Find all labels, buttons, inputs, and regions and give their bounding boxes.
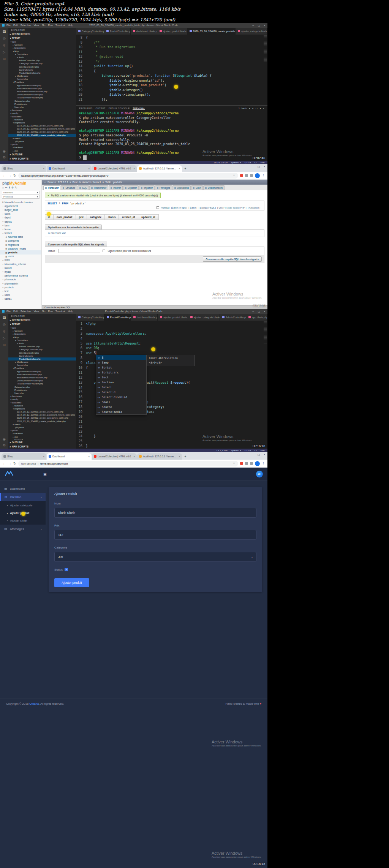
query-action-link[interactable]: [ Éditer ] (189, 207, 197, 209)
explorer-icon[interactable]: ▤ (3, 316, 6, 319)
file-tree-item[interactable]: ▸ factories (8, 118, 76, 121)
file-tree-item[interactable]: ProduitController.php (8, 71, 76, 74)
back-icon[interactable]: ← (3, 174, 6, 177)
file-tree-item[interactable]: ▾ Http (8, 336, 76, 339)
status-bar-item[interactable]: UTF-8 (245, 161, 251, 164)
file-tree-item[interactable]: Categories.php (8, 100, 76, 103)
extension-icon[interactable] (245, 174, 248, 177)
favorite-tables-select[interactable]: Préférées▾ (2, 195, 40, 199)
autocomplete-item[interactable]: <> S (96, 355, 146, 360)
shell-selector[interactable]: 1: bash (239, 107, 247, 109)
close-icon[interactable]: × (262, 24, 267, 27)
close-icon[interactable]: × (262, 310, 267, 313)
database-tree-item[interactable]: + usine1 (0, 297, 41, 301)
menubar-item[interactable]: View (34, 310, 40, 313)
extension-icon[interactable] (245, 462, 248, 465)
close-tab-icon[interactable]: × (88, 455, 90, 458)
pma-menu-tab[interactable]: Opérations (172, 185, 191, 190)
pma-nav-toolbar-icon[interactable]: ↻ (15, 186, 17, 189)
source-control-icon[interactable]: ψ (3, 43, 5, 47)
new-tab-button[interactable]: + (182, 167, 188, 171)
close-tab-icon[interactable]: × (88, 168, 90, 170)
menubar-item[interactable]: View (34, 24, 40, 27)
database-tree-item[interactable]: + ferme (0, 227, 41, 231)
autocomplete-item[interactable]: <> Source (96, 405, 146, 409)
database-tree-item[interactable]: ⊕ Nouvelle base de données (0, 200, 41, 204)
maximize-panel-icon[interactable]: ▴ (260, 107, 261, 109)
autocomplete-item[interactable]: <> Samp (96, 360, 146, 365)
database-tree-item[interactable]: + usine (0, 293, 41, 297)
settings-gear-icon[interactable]: ⚙ (3, 155, 6, 159)
tree-node-icon[interactable]: ⊕ (1, 201, 5, 203)
search-icon[interactable]: ◎ (3, 323, 6, 326)
tree-node-icon[interactable]: + (1, 220, 5, 223)
database-tree-item[interactable]: ▦ produits (0, 250, 41, 254)
file-tree-item[interactable]: ▸ seeds (8, 137, 76, 140)
submit-button[interactable]: Ajouter produit (54, 578, 89, 587)
close-tab-icon[interactable]: × (179, 168, 180, 170)
tree-node-icon[interactable]: + (1, 294, 5, 296)
editor-tab[interactable]: dashboard.blade.php × (131, 28, 157, 35)
reload-icon[interactable]: ↻ (13, 462, 16, 465)
menubar-item[interactable]: Go (42, 310, 45, 313)
tree-node-icon[interactable]: + (1, 290, 5, 292)
forward-icon[interactable]: → (8, 174, 11, 177)
tree-node-icon[interactable]: + (1, 278, 5, 281)
autocomplete-item[interactable]: <> Select (96, 385, 146, 390)
browser-tab[interactable]: Dashboard × (47, 453, 92, 460)
source-control-icon[interactable]: ψ (3, 329, 5, 333)
autocomplete-item[interactable]: <> Script:src (96, 370, 146, 375)
account-icon[interactable]: ◉ (3, 149, 6, 153)
panel-tab[interactable]: PROBLEMS (79, 107, 92, 109)
file-tree-item[interactable]: ▸ config (8, 398, 76, 401)
file-tree-item[interactable]: 2020_03_26_204030_create_produits_table.… (8, 134, 76, 137)
browser-tab[interactable]: localhost / 127.0.0.1 / ferme1 / p... × (137, 453, 182, 460)
sidebar-subitem[interactable]: • Ajouter slider (0, 517, 46, 524)
tree-node-icon[interactable]: + (1, 263, 5, 265)
terminal-output[interactable]: nkele@DESKTOP-LL5JAF8 MINGW64 /c/xampp2/… (76, 111, 267, 161)
editor-tab[interactable]: ProduitController.php × (104, 28, 131, 35)
minimap[interactable] (263, 321, 267, 449)
file-tree-item[interactable]: 2014_10_12_000000_create_users_table.php (8, 410, 76, 413)
result-column-header[interactable]: nom_produit (54, 215, 76, 220)
file-tree-item[interactable]: EventServiceProvider.php (8, 379, 76, 382)
status-bar-item[interactable]: PHP (261, 449, 265, 452)
tree-node-icon[interactable]: ▦ (5, 251, 8, 254)
autocomplete-item[interactable]: <> Sect (96, 375, 146, 380)
account-icon[interactable]: ◉ (3, 437, 6, 441)
tree-node-icon[interactable]: ⊕ (5, 236, 8, 238)
file-tree-item[interactable]: ▸ backend (8, 432, 76, 435)
database-tree-item[interactable]: + information_schema (0, 262, 41, 266)
database-tree-item[interactable]: + appartement (0, 204, 41, 208)
close-tab-icon[interactable]: × (133, 455, 135, 458)
minimize-icon[interactable]: ─ (252, 165, 254, 168)
query-action-link[interactable]: [ Actualiser ] (248, 207, 260, 209)
status-bar-item[interactable]: UTF-8 (245, 449, 251, 452)
database-tree-item[interactable]: ▦ categories (0, 239, 41, 243)
close-icon[interactable]: × (264, 453, 265, 456)
bookmark-star-icon[interactable]: ☆ (233, 462, 235, 465)
file-tree-item[interactable]: Kernel.php (8, 77, 76, 81)
database-tree-item[interactable]: ▦ password_resets (0, 247, 41, 250)
database-tree-item[interactable]: + cours (0, 212, 41, 216)
file-tree-item[interactable]: ▾ Http (8, 50, 76, 53)
pma-menu-tab[interactable]: Structure (61, 185, 77, 190)
open-editors-section[interactable]: ▸OPEN EDITORS (8, 318, 76, 322)
file-tree-item[interactable]: User.php (8, 106, 76, 109)
tree-node-icon[interactable]: − (1, 232, 5, 234)
database-tree-item[interactable]: ▦ users (0, 255, 41, 258)
browser-menu-icon[interactable]: ⋮ (262, 174, 265, 177)
bookmark-save-button[interactable]: Conserver cette requête SQL dans les sig… (203, 256, 262, 262)
new-tab-button[interactable]: + (182, 455, 188, 459)
file-tree-item[interactable]: 2014_10_12_100000_create_password_resets… (8, 127, 76, 130)
pma-menu-tab[interactable]: Exporter (123, 185, 139, 190)
user-avatar[interactable]: ZH (256, 471, 263, 477)
autocomplete-item[interactable]: <> Select:disabled (96, 395, 146, 400)
file-tree-item[interactable]: AdminController.php (8, 345, 76, 348)
file-tree-item[interactable]: ▾ migrations (8, 407, 76, 410)
file-tree-item[interactable]: ▾ app (8, 326, 76, 329)
extensions-icon[interactable]: ⊞ (3, 343, 6, 347)
file-tree-item[interactable]: Controller.php (8, 354, 76, 357)
file-tree-item[interactable]: ▸ factories (8, 404, 76, 407)
file-tree-item[interactable]: ▸ bootstrap (8, 109, 76, 112)
